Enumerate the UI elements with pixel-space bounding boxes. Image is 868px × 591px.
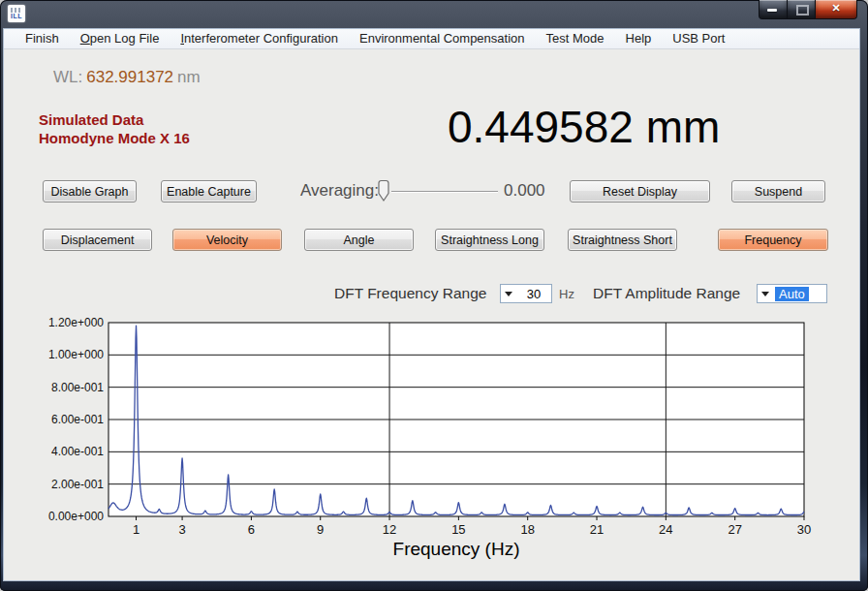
mode-status: Simulated Data Homodyne Mode X 16 <box>39 110 190 147</box>
menu-bar: FinishOpen Log FileInterferometer Config… <box>4 29 859 49</box>
measurement-readout: 0.449582 mm <box>448 101 767 153</box>
close-icon: ✕ <box>816 2 856 15</box>
window-controls: ✕ <box>759 0 857 19</box>
dft-frequency-range-label: DFT Frequency Range <box>334 285 486 302</box>
dft-frequency-range-select[interactable]: 30 <box>500 284 552 303</box>
application-window: ILL ✕ FinishOpen Log FileInterferometer … <box>0 0 868 591</box>
x-tick-label: 18 <box>520 522 534 537</box>
dft-frequency-range-value: 30 <box>516 287 551 301</box>
mode-button-displacement[interactable]: Displacement <box>43 229 152 251</box>
title-bar[interactable]: ILL ✕ <box>0 0 868 29</box>
averaging-slider-thumb[interactable] <box>377 179 390 202</box>
mode-button-straightness-long[interactable]: Straightness Long <box>435 229 544 251</box>
x-tick-label: 30 <box>797 522 811 537</box>
chevron-down-icon[interactable] <box>501 292 516 296</box>
close-button[interactable]: ✕ <box>815 0 857 19</box>
x-tick-label: 21 <box>590 522 604 537</box>
y-tick-label: 8.00e-001 <box>51 381 104 394</box>
x-tick-label: 3 <box>178 522 185 537</box>
mode-status-line1: Simulated Data <box>39 110 190 129</box>
x-tick-label: 27 <box>728 522 741 537</box>
menu-item-interferometer-configuration[interactable]: Interferometer Configuration <box>170 29 349 48</box>
mode-button-angle[interactable]: Angle <box>304 229 414 251</box>
x-tick-label: 12 <box>383 522 396 537</box>
mode-status-line2: Homodyne Mode X 16 <box>39 129 190 147</box>
dft-spectrum-chart: 1.20e+0001.00e+0008.00e-0016.00e-0014.00… <box>0 308 868 570</box>
y-tick-label: 1.20e+000 <box>48 316 104 329</box>
wl-unit: nm <box>177 68 201 86</box>
menu-item-open-log-file[interactable]: Open Log File <box>70 29 170 48</box>
x-tick-label: 15 <box>451 522 465 537</box>
chevron-down-icon[interactable] <box>758 292 773 296</box>
wavelength-row: WL:632.991372nm <box>53 68 201 87</box>
y-tick-label: 2.00e-001 <box>51 478 104 491</box>
x-axis-title: Frequency (Hz) <box>393 539 520 559</box>
averaging-value: 0.000 <box>504 181 545 201</box>
menu-item-environmental-compensation[interactable]: Environmental Compensation <box>349 29 536 48</box>
x-tick-label: 1 <box>133 522 140 537</box>
averaging-slider-track[interactable] <box>391 191 498 192</box>
y-tick-label: 0.00e+000 <box>48 510 104 523</box>
maximize-button[interactable] <box>788 0 815 19</box>
disable-graph-button[interactable]: Disable Graph <box>43 180 137 202</box>
suspend-button[interactable]: Suspend <box>731 180 825 202</box>
menu-item-test-mode[interactable]: Test Mode <box>536 29 615 48</box>
maximize-icon <box>796 5 809 16</box>
menu-item-finish[interactable]: Finish <box>15 29 70 48</box>
minimize-button[interactable] <box>759 0 788 19</box>
app-icon: ILL <box>8 5 25 22</box>
y-tick-label: 6.00e-001 <box>51 413 104 426</box>
y-tick-label: 1.00e+000 <box>48 348 104 361</box>
reset-display-button[interactable]: Reset Display <box>570 180 710 202</box>
mode-button-velocity[interactable]: Velocity <box>172 229 282 251</box>
wl-value: 632.991372 <box>82 68 177 86</box>
menu-item-help[interactable]: Help <box>615 29 663 48</box>
y-tick-label: 4.00e-001 <box>51 445 104 458</box>
dft-amplitude-range-label: DFT Amplitude Range <box>593 285 740 302</box>
averaging-label: Averaging: <box>300 181 379 201</box>
mode-button-frequency[interactable]: Frequency <box>718 229 828 251</box>
dft-frequency-range-unit: Hz <box>559 287 574 301</box>
dft-amplitude-range-value: Auto <box>775 287 809 301</box>
menu-item-usb-port[interactable]: USB Port <box>662 29 735 48</box>
x-tick-label: 9 <box>317 522 324 537</box>
enable-capture-button[interactable]: Enable Capture <box>161 180 257 202</box>
minimize-icon <box>767 9 777 12</box>
dft-amplitude-range-select[interactable]: Auto <box>757 284 827 303</box>
x-tick-label: 6 <box>248 522 255 537</box>
x-tick-label: 24 <box>659 522 672 537</box>
mode-button-straightness-short[interactable]: Straightness Short <box>568 229 677 251</box>
wl-label: WL: <box>53 68 82 86</box>
